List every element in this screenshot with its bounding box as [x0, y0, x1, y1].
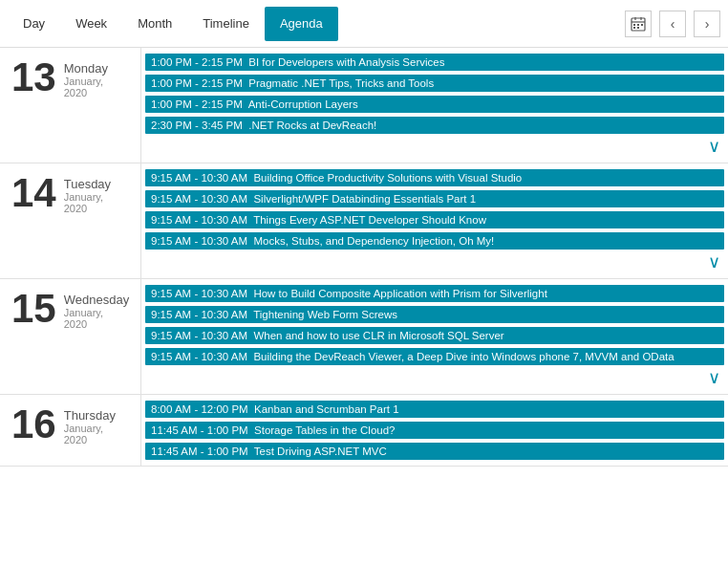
prev-button[interactable]: ‹: [659, 11, 686, 37]
event-title: Storage Tables in the Cloud?: [254, 424, 395, 436]
day-number: 13: [11, 57, 56, 98]
show-more-button[interactable]: ∨: [708, 253, 720, 271]
event-title: When and how to use CLR in Microsoft SQL…: [253, 330, 503, 341]
event-time: 1:00 PM - 2:15 PM: [151, 98, 248, 110]
svg-rect-5: [637, 24, 639, 26]
show-more-row: ∨: [141, 367, 728, 390]
event-time: 2:30 PM - 3:45 PM: [151, 120, 248, 131]
event-title: Silverlight/WPF Databinding Essentials P…: [253, 193, 476, 205]
event-item[interactable]: 9:15 AM - 10:30 AM Tightening Web Form S…: [145, 306, 724, 323]
event-item[interactable]: 8:00 AM - 12:00 PM Kanban and Scrumban P…: [145, 401, 724, 418]
event-time: 9:15 AM - 10:30 AM: [151, 214, 253, 226]
event-time: 9:15 AM - 10:30 AM: [151, 172, 253, 184]
event-title: Pragmatic .NET Tips, Tricks and Tools: [248, 77, 434, 89]
day-number: 14: [11, 173, 56, 213]
day-number-col: 14TuesdayJanuary, 2020: [0, 163, 141, 278]
day-name-month: ThursdayJanuary, 2020: [64, 404, 129, 445]
day-row: 13MondayJanuary, 20201:00 PM - 2:15 PM B…: [0, 48, 728, 163]
svg-rect-8: [637, 27, 639, 29]
event-time: 9:15 AM - 10:30 AM: [151, 309, 253, 320]
event-item[interactable]: 9:15 AM - 10:30 AM Mocks, Stubs, and Dep…: [145, 232, 724, 250]
event-item[interactable]: 9:15 AM - 10:30 AM When and how to use C…: [145, 327, 724, 344]
event-time: 9:15 AM - 10:30 AM: [151, 235, 253, 247]
day-name-month: MondayJanuary, 2020: [64, 57, 129, 98]
day-month-year: January, 2020: [64, 423, 129, 445]
next-button[interactable]: ›: [694, 11, 720, 37]
event-title: Building Office Productivity Solutions w…: [253, 172, 522, 184]
event-time: 11:45 AM - 1:00 PM: [151, 445, 254, 457]
show-more-row: ∨: [141, 251, 728, 274]
day-number-col: 13MondayJanuary, 2020: [0, 48, 141, 163]
event-time: 8:00 AM - 12:00 PM: [151, 403, 254, 415]
day-name: Thursday: [64, 408, 129, 423]
event-title: .NET Rocks at DevReach!: [248, 120, 376, 131]
show-more-row: ∨: [141, 136, 728, 159]
event-item[interactable]: 9:15 AM - 10:30 AM How to Build Composit…: [145, 285, 724, 302]
view-buttons: DayWeekMonthTimelineAgenda: [8, 7, 610, 41]
event-title: BI for Developers with Analysis Services: [248, 56, 444, 68]
day-number: 15: [11, 289, 56, 329]
day-name-month: TuesdayJanuary, 2020: [64, 173, 129, 214]
event-item[interactable]: 9:15 AM - 10:30 AM Silverlight/WPF Datab…: [145, 190, 724, 207]
view-btn-month[interactable]: Month: [122, 7, 187, 41]
event-title: How to Build Composite Application with …: [253, 288, 546, 299]
event-item[interactable]: 1:00 PM - 2:15 PM Pragmatic .NET Tips, T…: [145, 75, 724, 92]
day-row: 15WednesdayJanuary, 20209:15 AM - 10:30 …: [0, 279, 728, 395]
event-item[interactable]: 9:15 AM - 10:30 AM Building Office Produ…: [145, 169, 724, 186]
svg-rect-4: [633, 24, 635, 26]
day-name-month: WednesdayJanuary, 2020: [64, 289, 129, 330]
view-btn-timeline[interactable]: Timeline: [187, 7, 265, 41]
event-title: Things Every ASP.NET Developer Should Kn…: [253, 214, 486, 226]
day-month-year: January, 2020: [64, 307, 129, 330]
calendar-icon: [631, 16, 646, 32]
events-col: 1:00 PM - 2:15 PM BI for Developers with…: [141, 48, 728, 163]
view-btn-agenda[interactable]: Agenda: [265, 7, 338, 41]
event-item[interactable]: 2:30 PM - 3:45 PM .NET Rocks at DevReach…: [145, 117, 724, 134]
event-title: Test Driving ASP.NET MVC: [254, 445, 387, 457]
event-time: 11:45 AM - 1:00 PM: [151, 424, 254, 436]
event-title: Building the DevReach Viewer, a Deep Div…: [253, 351, 674, 362]
day-name: Tuesday: [64, 177, 129, 191]
event-item[interactable]: 1:00 PM - 2:15 PM Anti-Corruption Layers: [145, 96, 724, 113]
toolbar: DayWeekMonthTimelineAgenda ‹ ›: [0, 0, 728, 48]
event-item[interactable]: 1:00 PM - 2:15 PM BI for Developers with…: [145, 54, 724, 71]
day-month-year: January, 2020: [64, 76, 129, 98]
event-title: Tightening Web Form Screws: [253, 309, 397, 320]
event-title: Kanban and Scrumban Part 1: [254, 403, 399, 415]
day-row: 14TuesdayJanuary, 20209:15 AM - 10:30 AM…: [0, 163, 728, 279]
event-title: Anti-Corruption Layers: [248, 98, 358, 110]
event-time: 9:15 AM - 10:30 AM: [151, 330, 253, 341]
day-number-col: 16ThursdayJanuary, 2020: [0, 395, 141, 466]
event-time: 9:15 AM - 10:30 AM: [151, 288, 253, 299]
day-month-year: January, 2020: [64, 191, 129, 214]
agenda-container: 13MondayJanuary, 20201:00 PM - 2:15 PM B…: [0, 48, 728, 565]
calendar-picker-button[interactable]: [625, 11, 652, 37]
view-btn-week[interactable]: Week: [60, 7, 122, 41]
event-item[interactable]: 11:45 AM - 1:00 PM Test Driving ASP.NET …: [145, 443, 724, 460]
view-btn-day[interactable]: Day: [8, 7, 60, 41]
events-col: 8:00 AM - 12:00 PM Kanban and Scrumban P…: [141, 395, 728, 466]
day-name: Monday: [64, 61, 129, 76]
event-item[interactable]: 9:15 AM - 10:30 AM Building the DevReach…: [145, 348, 724, 365]
event-item[interactable]: 11:45 AM - 1:00 PM Storage Tables in the…: [145, 422, 724, 439]
day-number: 16: [11, 404, 56, 445]
event-time: 9:15 AM - 10:30 AM: [151, 193, 253, 205]
events-col: 9:15 AM - 10:30 AM How to Build Composit…: [141, 279, 728, 394]
show-more-button[interactable]: ∨: [708, 369, 720, 386]
day-name: Wednesday: [64, 293, 129, 307]
svg-rect-6: [641, 24, 643, 26]
svg-rect-7: [633, 27, 635, 29]
event-time: 1:00 PM - 2:15 PM: [151, 77, 248, 89]
event-time: 9:15 AM - 10:30 AM: [151, 351, 253, 362]
events-col: 9:15 AM - 10:30 AM Building Office Produ…: [141, 163, 728, 278]
event-item[interactable]: 9:15 AM - 10:30 AM Things Every ASP.NET …: [145, 211, 724, 228]
show-more-button[interactable]: ∨: [708, 138, 720, 155]
event-time: 1:00 PM - 2:15 PM: [151, 56, 248, 68]
day-row: 16ThursdayJanuary, 20208:00 AM - 12:00 P…: [0, 395, 728, 467]
event-title: Mocks, Stubs, and Dependency Injection, …: [253, 235, 494, 247]
toolbar-right: ‹ ›: [610, 11, 720, 37]
day-number-col: 15WednesdayJanuary, 2020: [0, 279, 141, 394]
